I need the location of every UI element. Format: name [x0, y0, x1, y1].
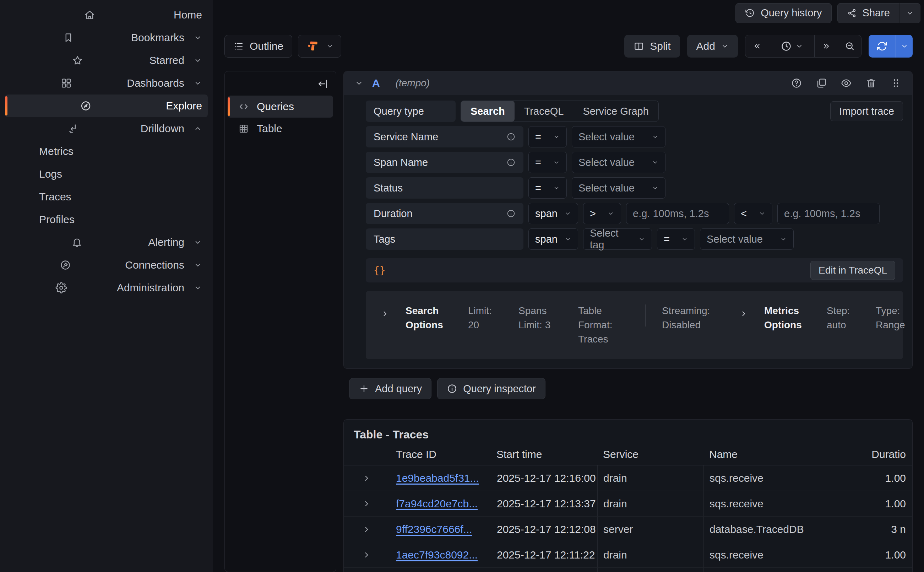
query-type-search[interactable]: Search	[461, 101, 515, 121]
duration-min-input[interactable]	[626, 203, 729, 224]
query-type-row: Query type Search TraceQL Service Graph …	[366, 101, 903, 122]
expand-row-icon[interactable]	[362, 525, 371, 534]
explore-toolbar: Outline Split Add	[213, 26, 924, 66]
share-button-group: Share	[837, 3, 921, 23]
outline-button[interactable]: Outline	[225, 35, 292, 58]
tag-value-select[interactable]: Select value	[700, 228, 794, 250]
sidebar-item-alerting[interactable]: Alerting	[5, 231, 208, 254]
duration-lt-operator-select[interactable]: <	[734, 203, 772, 224]
chevron-down-icon	[564, 236, 571, 242]
chevron-down-icon	[652, 159, 659, 166]
query-type-traceql[interactable]: TraceQL	[515, 101, 574, 121]
type-stat: Type: Range	[876, 304, 913, 332]
field-label-text: Span Name	[374, 157, 428, 168]
chevron-down-icon	[681, 236, 688, 242]
service-column-header[interactable]: Service	[597, 443, 704, 465]
time-picker-button[interactable]	[769, 35, 814, 57]
metrics-options-expand-icon[interactable]	[740, 309, 748, 318]
value-select[interactable]: Select value	[572, 152, 665, 173]
operator-select[interactable]: =	[529, 126, 567, 148]
plug-icon	[15, 260, 116, 271]
expand-row-icon[interactable]	[362, 499, 371, 508]
sidebar-item-explore[interactable]: Explore	[5, 95, 208, 117]
sidebar-item-drilldown[interactable]: Drilldown	[5, 117, 208, 140]
info-icon[interactable]	[506, 132, 516, 141]
datasource-hint: (tempo)	[395, 78, 430, 89]
subnav-item-table[interactable]: Table	[228, 118, 333, 140]
history-icon	[745, 8, 755, 18]
sidebar-item-profiles[interactable]: Profiles	[5, 208, 208, 231]
duplicate-query-icon[interactable]	[816, 78, 827, 89]
import-trace-button[interactable]: Import trace	[830, 101, 903, 121]
refresh-interval-caret-button[interactable]	[896, 35, 913, 58]
tag-select[interactable]: Select tag	[583, 228, 652, 250]
info-icon[interactable]	[506, 209, 516, 218]
share-options-caret-button[interactable]	[899, 3, 921, 23]
operator-select[interactable]: =	[529, 152, 567, 173]
refresh-icon	[876, 40, 888, 52]
tags-scope-select[interactable]: span	[529, 228, 578, 250]
help-icon[interactable]	[791, 78, 802, 89]
value-select[interactable]: Select value	[572, 177, 665, 199]
drag-handle-icon[interactable]	[890, 78, 902, 89]
traces-table-panel: Table - Traces Trace ID Start time Servi…	[343, 419, 913, 572]
expand-row-icon[interactable]	[362, 474, 371, 483]
tag-operator-select[interactable]: =	[657, 228, 695, 250]
value-select[interactable]: Select value	[572, 126, 665, 148]
sidebar-item-connections[interactable]: Connections	[5, 254, 208, 277]
subnav-item-queries[interactable]: Queries	[228, 96, 333, 118]
chevron-down-icon	[553, 159, 560, 166]
trace-id-link[interactable]: f7a94cd20e7cb...	[396, 498, 478, 510]
start-time-cell: 2025-12-17 12:16:00	[491, 465, 597, 491]
zoom-out-time-button[interactable]	[838, 35, 861, 57]
sidebar-item-logs[interactable]: Logs	[5, 163, 208, 185]
sidebar-item-home[interactable]: Home	[5, 3, 208, 26]
start-time-column-header[interactable]: Start time	[491, 443, 597, 465]
run-query-button-group	[868, 35, 913, 58]
run-query-button[interactable]	[868, 35, 896, 58]
name-column-header[interactable]: Name	[704, 443, 811, 465]
metrics-options-title[interactable]: Metrics Options	[764, 304, 810, 332]
sidebar-item-traces[interactable]: Traces	[5, 185, 208, 208]
share-button[interactable]: Share	[837, 3, 899, 23]
info-icon[interactable]	[506, 158, 516, 167]
query-inspector-button[interactable]: Query inspector	[437, 378, 546, 399]
expand-row-icon[interactable]	[362, 550, 371, 560]
add-query-button[interactable]: Add query	[349, 378, 431, 399]
datasource-picker[interactable]	[298, 35, 341, 58]
search-options-title[interactable]: Search Options	[406, 304, 452, 332]
collapse-query-icon[interactable]	[354, 79, 364, 88]
duration-max-input[interactable]	[777, 203, 880, 224]
search-options-expand-icon[interactable]	[381, 309, 389, 318]
trace-id-link[interactable]: 9ff2396c7666f...	[396, 523, 472, 535]
operator-select[interactable]: =	[529, 177, 567, 199]
trace-id-link[interactable]: 1e9beabad5f31...	[396, 472, 479, 484]
query-ref-id[interactable]: A	[372, 77, 380, 89]
add-button[interactable]: Add	[687, 35, 738, 58]
trace-id-link[interactable]: 1aec7f93c8092...	[396, 549, 478, 561]
table-format-stat: Table Format: Traces	[578, 304, 629, 347]
sidebar-item-starred[interactable]: Starred	[5, 49, 208, 72]
span-name-cell: sqs.receive	[704, 491, 811, 516]
trace-id-column-header[interactable]: Trace ID	[389, 443, 491, 465]
sidebar-item-metrics[interactable]: Metrics	[5, 140, 208, 163]
duration-column-header[interactable]: Duratio	[811, 443, 912, 465]
chevron-down-icon	[194, 283, 202, 292]
toggle-visibility-icon[interactable]	[840, 78, 852, 89]
query-history-button[interactable]: Query history	[735, 3, 831, 23]
bell-icon	[15, 236, 139, 248]
delete-query-icon[interactable]	[865, 78, 877, 89]
duration-scope-select[interactable]: span	[529, 203, 578, 224]
sidebar-item-administration[interactable]: Administration	[5, 277, 208, 299]
split-button[interactable]: Split	[624, 35, 680, 58]
time-shift-back-button[interactable]	[746, 35, 769, 57]
sidebar-item-label: Explore	[166, 100, 202, 112]
sidebar-item-dashboards[interactable]: Dashboards	[5, 72, 208, 95]
sidebar-item-bookmarks[interactable]: Bookmarks	[5, 26, 208, 49]
time-shift-forward-button[interactable]	[814, 35, 838, 57]
edit-in-traceql-button[interactable]: Edit in TraceQL	[810, 261, 895, 280]
table-icon	[238, 123, 249, 134]
duration-gt-operator-select[interactable]: >	[583, 203, 621, 224]
collapse-pane-button[interactable]	[317, 78, 329, 90]
query-type-service-graph[interactable]: Service Graph	[573, 101, 658, 121]
